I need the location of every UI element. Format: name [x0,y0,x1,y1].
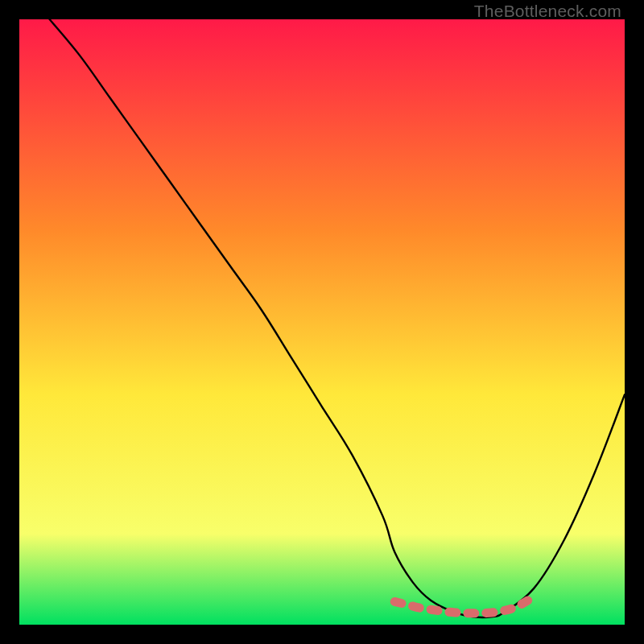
watermark-text: TheBottleneck.com [474,2,621,21]
gradient-background [19,19,625,625]
chart-frame [19,19,625,625]
chart-svg [19,19,625,625]
